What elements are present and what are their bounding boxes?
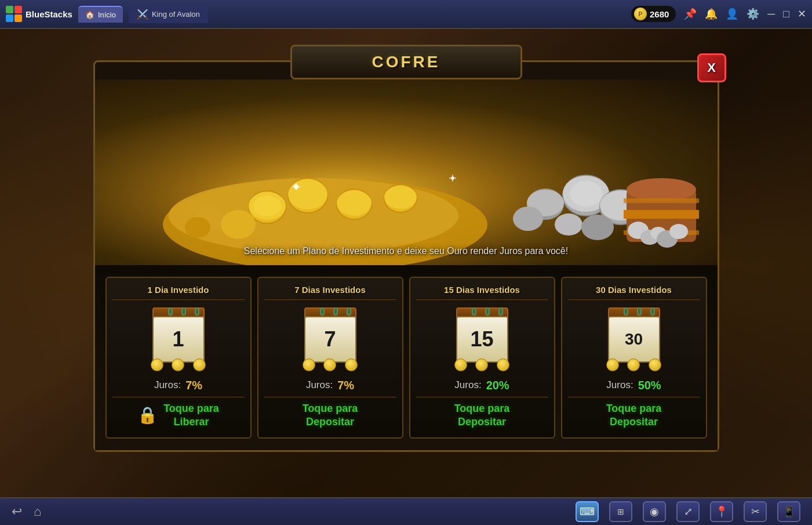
- card-30-dias[interactable]: 30 Dias Investidos 30: [561, 277, 707, 439]
- mini-coin-1: [303, 359, 315, 371]
- bluestacks-icon: [6, 6, 22, 22]
- mini-coin-2: [475, 359, 488, 371]
- mini-coin-1: [151, 359, 163, 371]
- location-btn[interactable]: 📍: [710, 501, 733, 522]
- card-4-action-text[interactable]: Toque para Depositar: [606, 402, 662, 429]
- card-3-divider: [416, 397, 548, 397]
- card-15-dias[interactable]: 15 Dias Investidos 15: [409, 277, 555, 439]
- cofre-modal: COFRE X: [93, 60, 719, 452]
- card-3-interest-value: 20%: [486, 379, 509, 392]
- card-4-calendar: 30: [602, 307, 666, 371]
- close-button[interactable]: X: [697, 53, 726, 82]
- card-1-interest-label: Juros:: [154, 379, 181, 391]
- phone-btn[interactable]: 📱: [777, 501, 800, 522]
- cal-coins-3: [450, 359, 514, 371]
- modal-overlay: COFRE X: [93, 60, 719, 466]
- keyboard-btn[interactable]: ⌨: [576, 501, 599, 522]
- card-4-action[interactable]: Toque para Depositar: [606, 402, 662, 429]
- cal-ring-right: [347, 307, 351, 316]
- cal-base-2: 7: [304, 316, 356, 363]
- hero-subtitle: Selecione um Plano de Investimento e dei…: [95, 246, 718, 256]
- bottombar-right: ⌨ ⊞ ◉ ⤢ 📍 ✂ 📱: [576, 501, 800, 522]
- card-2-divider: [264, 397, 396, 397]
- cal-ring-mid: [637, 307, 642, 316]
- mini-coin-2: [627, 359, 640, 371]
- topbar-right: P 2680 📌 🔔 👤 ⚙️ ─ □ ✕: [631, 6, 806, 22]
- cal-number-2: 7: [324, 327, 336, 352]
- card-3-interest-label: Juros:: [454, 379, 481, 391]
- brand-label: BlueStacks: [26, 9, 72, 19]
- back-icon[interactable]: ↩: [12, 504, 22, 519]
- svg-point-11: [288, 179, 327, 209]
- card-1-interest-value: 7%: [185, 379, 202, 392]
- svg-point-9: [253, 195, 281, 216]
- svg-rect-0: [6, 6, 13, 13]
- card-7-dias[interactable]: 7 Dias Investidos 7: [257, 277, 403, 439]
- mini-coin-2: [323, 359, 336, 371]
- coin-scatter-svg: [95, 79, 718, 265]
- cal-ring-mid: [333, 307, 338, 316]
- card-1-action-text[interactable]: Toque para Liberar: [163, 402, 219, 429]
- mini-coin-2: [172, 359, 184, 371]
- card-3-action[interactable]: Toque para Depositar: [454, 402, 510, 429]
- svg-point-45: [555, 213, 582, 236]
- card-3-interest: Juros: 20%: [454, 379, 509, 392]
- home-bottom-icon[interactable]: ⌂: [34, 504, 41, 519]
- cal-ring-left: [168, 307, 173, 316]
- card-3-action-text[interactable]: Toque para Depositar: [454, 402, 510, 429]
- card-2-interest-value: 7%: [337, 379, 354, 392]
- bluestacks-logo: BlueStacks: [6, 6, 72, 22]
- expand-btn[interactable]: ⤢: [676, 501, 700, 522]
- svg-point-21: [570, 181, 602, 207]
- card-1-title: 1 Dia Investido: [112, 285, 245, 300]
- game-tab[interactable]: ⚔️ King of Avalon: [129, 5, 208, 23]
- bottombar: ↩ ⌂ ⌨ ⊞ ◉ ⤢ 📍 ✂ 📱: [0, 497, 812, 525]
- topbar: BlueStacks 🏠 Início ⚔️ King of Avalon P …: [0, 0, 812, 29]
- card-2-title: 7 Dias Investidos: [264, 285, 396, 300]
- card-2-calendar: 7: [298, 307, 362, 371]
- card-1-divider: [112, 397, 245, 397]
- bell-icon[interactable]: 🔔: [705, 8, 718, 20]
- mini-coin-1: [606, 359, 619, 371]
- restore-icon[interactable]: □: [783, 8, 789, 20]
- modal-hero: Selecione um Plano de Investimento e dei…: [95, 79, 718, 265]
- cal-base-4: 30: [608, 316, 660, 363]
- coin-icon: P: [634, 8, 647, 20]
- pin-icon[interactable]: 📌: [684, 8, 697, 20]
- minimize-icon[interactable]: ─: [767, 8, 775, 20]
- card-1-action: 🔒 Toque para Liberar: [137, 402, 219, 429]
- card-4-interest-label: Juros:: [606, 379, 633, 391]
- lock-icon: 🔒: [137, 405, 158, 425]
- grid-btn[interactable]: ⊞: [609, 501, 632, 522]
- cal-ring-left: [472, 307, 476, 316]
- cal-number-4: 30: [625, 330, 643, 349]
- card-3-title: 15 Dias Investidos: [416, 285, 548, 300]
- svg-point-46: [581, 215, 614, 240]
- modal-title-bar: COFRE: [290, 45, 522, 79]
- card-2-action-text[interactable]: Toque para Depositar: [303, 402, 358, 429]
- card-2-action[interactable]: Toque para Depositar: [303, 402, 358, 429]
- svg-point-17: [221, 210, 256, 239]
- settings-icon[interactable]: ⚙️: [747, 8, 759, 20]
- home-tab[interactable]: 🏠 Início: [78, 6, 123, 23]
- mini-coin-3: [649, 359, 661, 371]
- mini-coin-3: [193, 359, 206, 371]
- card-1-interest: Juros: 7%: [154, 379, 202, 392]
- cal-ring-mid: [181, 307, 186, 316]
- card-2-interest-label: Juros:: [306, 379, 333, 391]
- mini-coin-3: [497, 359, 509, 371]
- game-area: COFRE X: [0, 29, 812, 497]
- scissors-btn[interactable]: ✂: [744, 501, 767, 522]
- cards-container: 1 Dia Investido 1: [95, 265, 718, 451]
- svg-point-44: [513, 207, 543, 231]
- cal-coins-2: [298, 359, 362, 371]
- card-1-dia[interactable]: 1 Dia Investido 1: [105, 277, 252, 439]
- game-icon: ⚔️: [137, 9, 148, 20]
- account-icon[interactable]: 👤: [726, 8, 738, 20]
- svg-rect-2: [6, 15, 13, 22]
- eye-btn[interactable]: ◉: [643, 501, 666, 522]
- close-icon[interactable]: ✕: [798, 8, 806, 20]
- coin-value: 2680: [650, 9, 669, 19]
- home-icon: 🏠: [85, 10, 94, 19]
- svg-rect-30: [624, 198, 699, 203]
